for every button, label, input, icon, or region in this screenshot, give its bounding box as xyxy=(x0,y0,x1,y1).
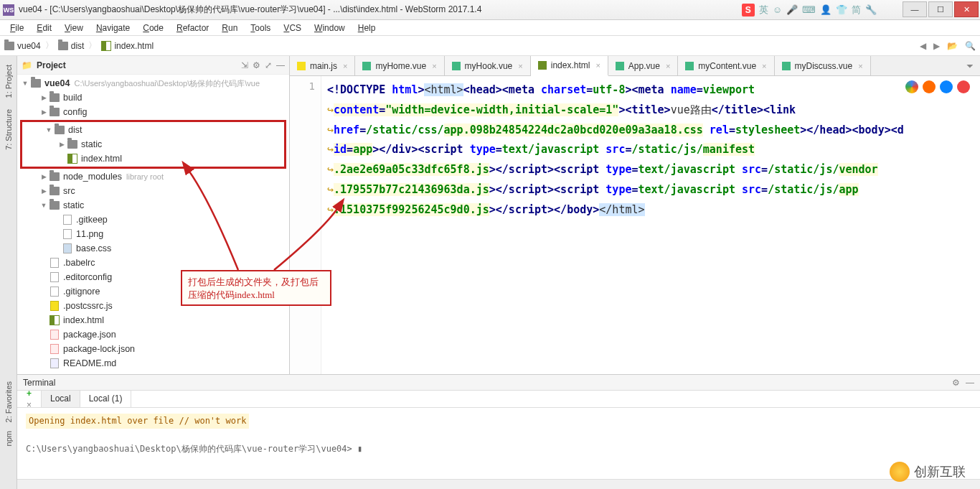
firefox-icon[interactable] xyxy=(923,80,936,93)
tree-node[interactable]: ▶build xyxy=(17,90,289,105)
menu-code[interactable]: Code xyxy=(137,22,169,34)
opera-icon[interactable] xyxy=(957,80,970,93)
terminal-tabs: + × LocalLocal (1) xyxy=(17,391,980,408)
close-tab-icon[interactable]: × xyxy=(858,62,862,70)
annotation-note: 打包后生成的文件夹，及打包后压缩的代码index.html xyxy=(181,270,331,306)
menu-file[interactable]: File xyxy=(4,22,29,34)
tree-node[interactable]: package-lock.json xyxy=(17,342,289,356)
minimize-button[interactable]: — xyxy=(903,1,927,17)
ime-icon[interactable]: 简 xyxy=(852,4,861,17)
tree-node[interactable]: ▶static xyxy=(22,137,284,152)
settings-icon[interactable]: ⚙ xyxy=(253,60,260,70)
tree-node[interactable]: .gitkeep xyxy=(17,213,289,227)
add-terminal-icon[interactable]: + xyxy=(27,388,32,399)
window-title: vue04 - [C:\Users\yangbaoshuai\Desktop\杨… xyxy=(19,4,742,16)
tree-node[interactable]: ▼dist xyxy=(22,123,284,137)
close-tab-icon[interactable]: × xyxy=(432,62,436,70)
menu-edit[interactable]: Edit xyxy=(31,22,57,34)
project-panel-title: Project xyxy=(37,60,237,70)
editor-tab[interactable]: myHook.vue× xyxy=(445,56,531,75)
scroll-icon[interactable]: ⤢ xyxy=(265,60,272,70)
project-select-icon[interactable]: 📁 xyxy=(22,60,32,70)
menu-help[interactable]: Help xyxy=(352,22,382,34)
editor-area: main.js×myHome.vue×myHook.vue×index.html… xyxy=(290,56,980,374)
chrome-icon[interactable] xyxy=(905,80,918,93)
editor-tab[interactable]: myContent.vue× xyxy=(678,56,774,75)
tool-tab[interactable]: npm xyxy=(3,427,14,450)
editor-tab[interactable]: main.js× xyxy=(290,56,355,75)
tree-node[interactable]: ▶src xyxy=(17,184,289,198)
ime-lang[interactable]: 英 xyxy=(759,4,768,17)
editor-tab[interactable]: myHome.vue× xyxy=(355,56,444,75)
tool-tab[interactable]: 2: Favorites xyxy=(3,377,14,427)
breadcrumb-item[interactable]: dist xyxy=(58,41,85,51)
tree-node[interactable]: index.html xyxy=(22,152,284,166)
tree-node[interactable]: README.md xyxy=(17,356,289,371)
code-area[interactable]: <!DOCTYPE html><html><head><meta charset… xyxy=(321,76,980,374)
ime-icon[interactable]: 👤 xyxy=(820,4,831,15)
menu-tools[interactable]: Tools xyxy=(245,22,276,34)
tree-node[interactable]: package.json xyxy=(17,327,289,342)
terminal-tab[interactable]: Local xyxy=(42,391,80,407)
tree-node[interactable]: base.css xyxy=(17,241,289,256)
search-icon[interactable]: 🔍 xyxy=(965,41,976,51)
left-tool-tabs: 1: Project7: Structure xyxy=(0,56,17,374)
terminal-header: Terminal ⚙ — xyxy=(17,375,980,391)
terminal-warning: Opening index.html over file // won't wo… xyxy=(26,414,249,429)
editor-tab[interactable]: index.html× xyxy=(531,56,608,76)
tree-node[interactable]: index.html xyxy=(17,313,289,327)
editor-tabs: main.js×myHome.vue×myHook.vue×index.html… xyxy=(290,56,980,76)
menu-refactor[interactable]: Refactor xyxy=(171,22,215,34)
hide-icon[interactable]: — xyxy=(276,60,285,70)
terminal-settings-icon[interactable]: ⚙ xyxy=(952,378,960,388)
watermark-logo-icon xyxy=(890,462,910,482)
open-in-browser xyxy=(905,80,970,93)
left-tool-tabs-lower: 2: Favoritesnpm xyxy=(0,374,17,489)
close-tab-icon[interactable]: × xyxy=(666,62,670,70)
ime-icon[interactable]: 🔧 xyxy=(865,4,877,15)
terminal-tab[interactable]: Local (1) xyxy=(80,391,132,407)
close-tab-icon[interactable]: × xyxy=(595,61,600,70)
menu-view[interactable]: View xyxy=(59,22,89,34)
menu-navigate[interactable]: Navigate xyxy=(90,22,136,34)
tool-tab[interactable]: 7: Structure xyxy=(3,103,14,156)
terminal-hide-icon[interactable]: — xyxy=(966,378,974,388)
bottom-area: 2: Favoritesnpm Terminal ⚙ — + × LocalLo… xyxy=(0,374,980,489)
terminal-body[interactable]: Opening index.html over file // won't wo… xyxy=(17,408,980,479)
tabs-dropdown-icon[interactable]: ⏷ xyxy=(960,56,980,75)
menu-run[interactable]: Run xyxy=(216,22,243,34)
ime-icon[interactable]: ☺ xyxy=(773,4,782,15)
editor-tab[interactable]: myDiscuss.vue× xyxy=(775,56,871,75)
ime-icon[interactable]: 🎤 xyxy=(786,4,798,15)
edge-icon[interactable] xyxy=(940,80,953,93)
nav-prev-icon[interactable]: ◀ xyxy=(920,41,926,51)
nav-recent-icon[interactable]: 📂 xyxy=(947,41,958,51)
close-tab-icon[interactable]: × xyxy=(762,62,766,70)
menu-window[interactable]: Window xyxy=(308,22,351,34)
tree-node[interactable]: 11.png xyxy=(17,227,289,241)
terminal-panel: Terminal ⚙ — + × LocalLocal (1) Opening … xyxy=(17,374,980,479)
tool-tab[interactable]: 1: Project xyxy=(3,59,14,103)
sogou-icon[interactable]: S xyxy=(742,4,755,17)
collapse-icon[interactable]: ⇲ xyxy=(241,60,248,70)
tree-node[interactable]: ▼static xyxy=(17,198,289,213)
window-controls: — ☐ ✕ xyxy=(903,1,979,17)
nav-next-icon[interactable]: ▶ xyxy=(933,41,940,51)
highlight-box: ▼dist▶staticindex.html xyxy=(20,120,286,169)
breadcrumb-item[interactable]: index.html xyxy=(101,41,154,51)
close-button[interactable]: ✕ xyxy=(954,1,979,17)
menu-vcs[interactable]: VCS xyxy=(278,22,307,34)
project-tree[interactable]: ▼vue04C:\Users\yangbaoshuai\Desktop\杨保帅的… xyxy=(17,75,289,374)
editor-tab[interactable]: App.vue× xyxy=(608,56,678,75)
tree-root[interactable]: ▼vue04C:\Users\yangbaoshuai\Desktop\杨保帅的… xyxy=(17,76,289,90)
breadcrumb-item[interactable]: vue04 xyxy=(4,41,41,51)
tree-node[interactable]: ▶node_moduleslibrary root xyxy=(17,169,289,184)
close-tab-icon[interactable]: × xyxy=(518,62,522,70)
tree-node[interactable]: ▶config xyxy=(17,105,289,119)
maximize-button[interactable]: ☐ xyxy=(928,1,953,17)
close-tab-icon[interactable]: × xyxy=(343,62,347,70)
ime-icon[interactable]: ⌨ xyxy=(802,4,816,15)
terminal-cursor: ▮ xyxy=(357,444,362,454)
tree-node[interactable]: .babelrc xyxy=(17,256,289,270)
ime-icon[interactable]: 👕 xyxy=(836,4,847,15)
